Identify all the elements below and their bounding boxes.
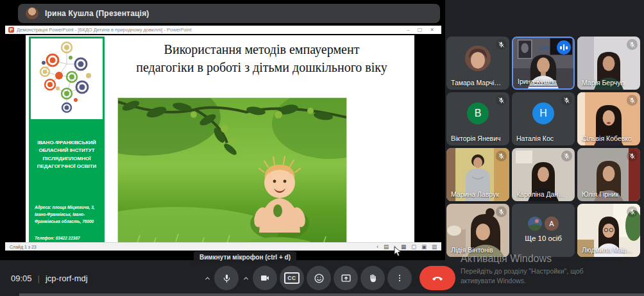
avatar (465, 45, 491, 71)
mic-muted-icon (627, 151, 638, 161)
participant-name: Сільвія Кобевко (582, 135, 632, 142)
mic-muted-icon (627, 206, 638, 217)
participant-name: Ірина Кушла (518, 78, 557, 85)
slide-photo-baby-on-grass (117, 97, 347, 249)
powerpoint-titlebar[interactable]: P Демонстрація PowerPoint - [БКДО Дитина… (5, 26, 441, 34)
participant-name: Наталія Кос (516, 135, 554, 142)
slide-title: Використання методів емпауермент педагог… (133, 40, 390, 76)
tile-maryna[interactable]: Марина Лаврук (446, 148, 509, 201)
institute-name: ІВАНО-ФРАНКІВСЬКИЙ ОБЛАСНИЙ ІНСТИТУТ ПІС… (34, 139, 99, 171)
mic-muted-icon (561, 95, 572, 106)
mic-muted-icon (496, 151, 507, 161)
powerpoint-window-title: Демонстрація PowerPoint - [БКДО Дитина в… (17, 27, 404, 33)
participant-name: Марина Лаврук (451, 190, 499, 198)
mic-button[interactable] (214, 266, 239, 290)
mic-muted-icon (496, 39, 507, 50)
tile-iryna-speaking[interactable]: Ірина Кушла (512, 37, 575, 90)
institute-logo (29, 37, 105, 121)
camera-options-chevron[interactable] (240, 266, 251, 290)
presenter-avatar (26, 7, 38, 20)
mic-muted-icon (627, 39, 638, 50)
slide-sorter-icon[interactable]: ▢ (411, 243, 416, 250)
close-icon[interactable]: ✕ (430, 27, 434, 33)
institute-address: Адреса: площа Міцкевича, 3, Івано-Франкі… (35, 204, 100, 225)
participant-name: Вікторія Яневич (451, 135, 501, 142)
reading-view-icon[interactable]: ▣ (421, 243, 427, 250)
powerpoint-statusbar: Слайд 1 з 23 ‹ ▤ › ▦ ▢ ▣ ▥ (5, 242, 441, 251)
participant-name: Кароліна Дан… (516, 190, 565, 198)
tile-natalia[interactable]: Н Наталія Кос (512, 92, 575, 145)
slideshow-icon[interactable]: ▥ (432, 243, 437, 250)
meeting-code: jcp-rorf-mdj (46, 274, 88, 283)
windows-activation-subtitle: Перейдіть до розділу "Настройки", щоб ак… (461, 267, 594, 285)
mini-avatar-letter: А (545, 217, 559, 231)
baby-photo-graphic (118, 98, 346, 248)
letter-avatar: Н (532, 103, 554, 124)
camera-button[interactable] (253, 266, 277, 290)
participant-grid: Тамара Марчі… Ірина Кушла (446, 37, 640, 257)
mouse-cursor (394, 246, 402, 257)
mic-muted-icon (496, 206, 507, 217)
powerpoint-icon: P (8, 27, 14, 33)
institute-panel: ІВАНО-ФРАНКІВСЬКИЙ ОБЛАСНИЙ ІНСТИТУТ ПІС… (29, 121, 105, 248)
powerpoint-canvas: Використання методів емпауермент педагог… (5, 34, 441, 251)
participant-name: Юлія Гірник (582, 190, 618, 198)
clock-time: 09:05 (11, 274, 32, 283)
tile-more-people[interactable]: А Ще 10 осіб (512, 204, 575, 257)
tile-viktoria[interactable]: В Вікторія Яневич (446, 92, 509, 145)
tile-karolina[interactable]: Кароліна Дан… (512, 148, 575, 201)
tile-tamara[interactable]: Тамара Марчі… (446, 37, 509, 90)
mic-options-chevron[interactable] (201, 266, 213, 290)
cc-icon: CC (284, 272, 299, 284)
presentation-stage: Ірина Кушла (Презентація) P Демонстрація… (0, 0, 445, 260)
notes-icon[interactable]: ▤ (384, 243, 389, 250)
end-call-button[interactable] (419, 266, 455, 290)
captions-button[interactable]: CC (280, 266, 304, 290)
network-logo-graphic (31, 38, 103, 119)
mic-muted-icon (561, 151, 572, 161)
normal-view-icon[interactable]: ▦ (401, 243, 406, 250)
minimize-icon[interactable]: – (407, 27, 409, 33)
letter-avatar: В (467, 103, 489, 124)
more-options-button[interactable] (387, 266, 412, 290)
more-people-label: Ще 10 осіб (512, 234, 575, 242)
restore-icon[interactable]: ▢ (418, 27, 423, 33)
participant-name: Тамара Марчі… (451, 79, 501, 86)
windows-activation-title: Активація Windows (461, 253, 552, 265)
participant-name: Людмила Мац… (582, 246, 633, 254)
tile-yulia[interactable]: Юлія Гірник (577, 148, 640, 201)
mic-muted-icon (627, 95, 638, 106)
reactions-button[interactable] (307, 266, 331, 290)
participant-name: Марія Берчул (582, 79, 624, 86)
institute-phone: Телефон: 03422 22387 (35, 236, 100, 240)
tile-maria[interactable]: Марія Берчул (577, 37, 640, 90)
slide-counter: Слайд 1 з 23 (10, 245, 37, 249)
tile-silvia[interactable]: Сільвія Кобевко (577, 92, 640, 145)
slide: Використання методів емпауермент педагог… (26, 35, 414, 249)
raise-hand-button[interactable] (360, 266, 385, 290)
mini-avatar-photo (528, 217, 542, 231)
prev-slide-icon[interactable]: ‹ (377, 243, 378, 250)
mic-tooltip: Вимкнути мікрофон (ctrl + d) (194, 251, 296, 263)
mic-muted-icon (496, 95, 507, 106)
pinned-presenter-banner[interactable]: Ірина Кушла (Презентація) (18, 4, 440, 23)
speaking-indicator-icon (557, 40, 571, 54)
presenter-name: Ірина Кушла (Презентація) (45, 9, 149, 18)
powerpoint-window: P Демонстрація PowerPoint - [БКДО Дитина… (5, 26, 441, 259)
present-button[interactable] (334, 266, 358, 290)
tile-lidia[interactable]: Лідія Вінтонів (446, 204, 509, 257)
tile-liudmyla[interactable]: Людмила Мац… (577, 204, 640, 257)
separator: | (38, 274, 40, 283)
taskbar-edge (19, 293, 644, 296)
